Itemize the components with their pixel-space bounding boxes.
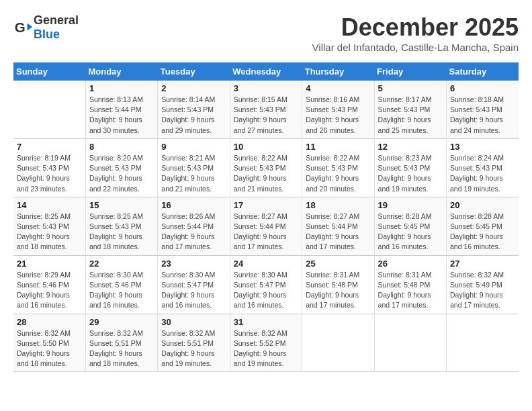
day-detail: Sunrise: 8:32 AM Sunset: 5:49 PM Dayligh… — [450, 270, 515, 311]
calendar-cell: 7Sunrise: 8:19 AM Sunset: 5:43 PM Daylig… — [13, 138, 85, 197]
calendar-cell: 14Sunrise: 8:25 AM Sunset: 5:43 PM Dayli… — [13, 197, 85, 255]
day-number: 28 — [17, 317, 82, 327]
calendar-cell: 8Sunrise: 8:20 AM Sunset: 5:43 PM Daylig… — [85, 138, 157, 197]
day-number: 5 — [378, 83, 443, 93]
day-number: 8 — [89, 142, 154, 152]
day-detail: Sunrise: 8:30 AM Sunset: 5:47 PM Dayligh… — [234, 270, 298, 311]
calendar-cell: 21Sunrise: 8:29 AM Sunset: 5:46 PM Dayli… — [13, 255, 85, 314]
calendar-cell: 12Sunrise: 8:23 AM Sunset: 5:43 PM Dayli… — [374, 138, 446, 197]
day-detail: Sunrise: 8:13 AM Sunset: 5:44 PM Dayligh… — [89, 95, 154, 136]
calendar-cell: 10Sunrise: 8:22 AM Sunset: 5:43 PM Dayli… — [230, 138, 302, 197]
month-title: December 2025 — [312, 13, 519, 42]
column-header-friday: Friday — [374, 62, 446, 81]
calendar-cell: 20Sunrise: 8:28 AM Sunset: 5:45 PM Dayli… — [447, 197, 519, 255]
day-detail: Sunrise: 8:27 AM Sunset: 5:44 PM Dayligh… — [234, 212, 298, 253]
day-number: 20 — [450, 200, 515, 210]
logo-general-text: General — [34, 13, 79, 27]
calendar-cell: 19Sunrise: 8:28 AM Sunset: 5:45 PM Dayli… — [374, 197, 446, 255]
column-header-tuesday: Tuesday — [158, 62, 230, 81]
day-number: 13 — [450, 142, 515, 152]
calendar-cell: 2Sunrise: 8:14 AM Sunset: 5:43 PM Daylig… — [158, 81, 230, 138]
day-number: 15 — [89, 200, 154, 210]
day-detail: Sunrise: 8:27 AM Sunset: 5:44 PM Dayligh… — [306, 212, 370, 253]
svg-text:G: G — [15, 19, 26, 35]
calendar-cell: 15Sunrise: 8:25 AM Sunset: 5:43 PM Dayli… — [85, 197, 157, 255]
calendar-cell: 11Sunrise: 8:22 AM Sunset: 5:43 PM Dayli… — [302, 138, 374, 197]
svg-marker-1 — [28, 23, 32, 30]
calendar-cell: 16Sunrise: 8:26 AM Sunset: 5:44 PM Dayli… — [158, 197, 230, 255]
day-number: 10 — [234, 142, 298, 152]
day-detail: Sunrise: 8:32 AM Sunset: 5:52 PM Dayligh… — [234, 328, 298, 369]
day-number: 4 — [306, 83, 370, 93]
day-number: 7 — [17, 142, 82, 152]
day-number: 2 — [161, 83, 226, 93]
day-detail: Sunrise: 8:14 AM Sunset: 5:43 PM Dayligh… — [161, 95, 226, 136]
page-header: G General Blue December 2025 Villar del … — [13, 13, 519, 60]
day-detail: Sunrise: 8:29 AM Sunset: 5:46 PM Dayligh… — [17, 270, 82, 311]
day-number: 14 — [17, 200, 82, 210]
day-number: 21 — [17, 259, 82, 269]
column-header-thursday: Thursday — [302, 62, 374, 81]
day-detail: Sunrise: 8:22 AM Sunset: 5:43 PM Dayligh… — [234, 153, 298, 194]
logo: G General Blue — [13, 13, 79, 42]
day-number: 31 — [234, 317, 298, 327]
day-detail: Sunrise: 8:28 AM Sunset: 5:45 PM Dayligh… — [450, 212, 515, 253]
day-number: 24 — [234, 259, 298, 269]
calendar-cell: 4Sunrise: 8:16 AM Sunset: 5:43 PM Daylig… — [302, 81, 374, 138]
day-number: 18 — [306, 200, 370, 210]
calendar-cell: 26Sunrise: 8:31 AM Sunset: 5:48 PM Dayli… — [374, 255, 446, 314]
calendar-week-row: 14Sunrise: 8:25 AM Sunset: 5:43 PM Dayli… — [13, 197, 519, 255]
day-detail: Sunrise: 8:28 AM Sunset: 5:45 PM Dayligh… — [378, 212, 443, 253]
day-number: 30 — [161, 317, 226, 327]
day-number: 1 — [89, 83, 154, 93]
day-number: 27 — [450, 259, 515, 269]
day-detail: Sunrise: 8:32 AM Sunset: 5:50 PM Dayligh… — [17, 328, 82, 369]
calendar-week-row: 7Sunrise: 8:19 AM Sunset: 5:43 PM Daylig… — [13, 138, 519, 197]
calendar-cell: 1Sunrise: 8:13 AM Sunset: 5:44 PM Daylig… — [85, 81, 157, 138]
day-number: 11 — [306, 142, 370, 152]
day-detail: Sunrise: 8:17 AM Sunset: 5:43 PM Dayligh… — [378, 95, 443, 136]
calendar-table: SundayMondayTuesdayWednesdayThursdayFrid… — [13, 62, 519, 372]
calendar-cell: 31Sunrise: 8:32 AM Sunset: 5:52 PM Dayli… — [230, 314, 302, 372]
day-detail: Sunrise: 8:24 AM Sunset: 5:43 PM Dayligh… — [450, 153, 515, 194]
day-detail: Sunrise: 8:30 AM Sunset: 5:46 PM Dayligh… — [89, 270, 154, 311]
calendar-cell: 25Sunrise: 8:31 AM Sunset: 5:48 PM Dayli… — [302, 255, 374, 314]
day-detail: Sunrise: 8:19 AM Sunset: 5:43 PM Dayligh… — [17, 153, 82, 194]
calendar-cell: 6Sunrise: 8:18 AM Sunset: 5:43 PM Daylig… — [447, 81, 519, 138]
day-number: 22 — [89, 259, 154, 269]
calendar-cell: 27Sunrise: 8:32 AM Sunset: 5:49 PM Dayli… — [447, 255, 519, 314]
calendar-cell: 18Sunrise: 8:27 AM Sunset: 5:44 PM Dayli… — [302, 197, 374, 255]
calendar-cell: 22Sunrise: 8:30 AM Sunset: 5:46 PM Dayli… — [85, 255, 157, 314]
day-number: 6 — [450, 83, 515, 93]
day-number: 23 — [161, 259, 226, 269]
day-number: 9 — [161, 142, 226, 152]
day-number: 19 — [378, 200, 443, 210]
logo-blue-text: Blue — [34, 28, 60, 41]
calendar-cell: 24Sunrise: 8:30 AM Sunset: 5:47 PM Dayli… — [230, 255, 302, 314]
calendar-cell: 9Sunrise: 8:21 AM Sunset: 5:43 PM Daylig… — [158, 138, 230, 197]
calendar-cell: 28Sunrise: 8:32 AM Sunset: 5:50 PM Dayli… — [13, 314, 85, 372]
calendar-cell: 30Sunrise: 8:32 AM Sunset: 5:51 PM Dayli… — [158, 314, 230, 372]
calendar-cell: 17Sunrise: 8:27 AM Sunset: 5:44 PM Dayli… — [230, 197, 302, 255]
calendar-header-row: SundayMondayTuesdayWednesdayThursdayFrid… — [13, 62, 519, 81]
day-detail: Sunrise: 8:20 AM Sunset: 5:43 PM Dayligh… — [89, 153, 154, 194]
day-number: 12 — [378, 142, 443, 152]
day-detail: Sunrise: 8:32 AM Sunset: 5:51 PM Dayligh… — [89, 328, 154, 369]
calendar-week-row: 21Sunrise: 8:29 AM Sunset: 5:46 PM Dayli… — [13, 255, 519, 314]
calendar-cell: 3Sunrise: 8:15 AM Sunset: 5:43 PM Daylig… — [230, 81, 302, 138]
day-detail: Sunrise: 8:32 AM Sunset: 5:51 PM Dayligh… — [161, 328, 226, 369]
calendar-cell: 5Sunrise: 8:17 AM Sunset: 5:43 PM Daylig… — [374, 81, 446, 138]
day-detail: Sunrise: 8:25 AM Sunset: 5:43 PM Dayligh… — [89, 212, 154, 253]
day-number: 25 — [306, 259, 370, 269]
calendar-week-row: 1Sunrise: 8:13 AM Sunset: 5:44 PM Daylig… — [13, 81, 519, 138]
day-detail: Sunrise: 8:31 AM Sunset: 5:48 PM Dayligh… — [306, 270, 370, 311]
day-number: 29 — [89, 317, 154, 327]
day-number: 3 — [234, 83, 298, 93]
day-detail: Sunrise: 8:25 AM Sunset: 5:43 PM Dayligh… — [17, 212, 82, 253]
calendar-week-row: 28Sunrise: 8:32 AM Sunset: 5:50 PM Dayli… — [13, 314, 519, 372]
calendar-cell: 29Sunrise: 8:32 AM Sunset: 5:51 PM Dayli… — [85, 314, 157, 372]
day-detail: Sunrise: 8:31 AM Sunset: 5:48 PM Dayligh… — [378, 270, 443, 311]
day-detail: Sunrise: 8:18 AM Sunset: 5:43 PM Dayligh… — [450, 95, 515, 136]
day-number: 17 — [234, 200, 298, 210]
day-number: 26 — [378, 259, 443, 269]
